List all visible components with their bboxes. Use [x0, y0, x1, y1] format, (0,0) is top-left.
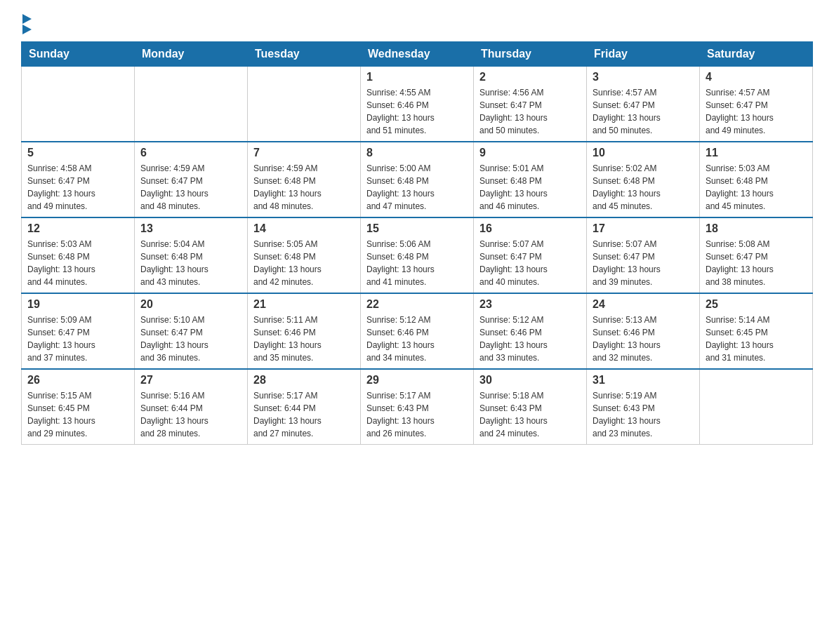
day-number: 28 — [253, 374, 355, 387]
page-header — [21, 14, 813, 34]
calendar-cell: 12Sunrise: 5:03 AM Sunset: 6:48 PM Dayli… — [22, 217, 135, 293]
calendar-cell: 11Sunrise: 5:03 AM Sunset: 6:48 PM Dayli… — [700, 142, 813, 217]
logo — [21, 14, 32, 34]
calendar-cell — [248, 67, 361, 142]
day-info: Sunrise: 5:06 AM Sunset: 6:48 PM Dayligh… — [366, 238, 468, 288]
calendar-header-row: SundayMondayTuesdayWednesdayThursdayFrid… — [22, 42, 813, 67]
day-info: Sunrise: 4:56 AM Sunset: 6:47 PM Dayligh… — [479, 86, 581, 137]
calendar-cell — [22, 67, 135, 142]
day-number: 5 — [27, 147, 128, 159]
day-number: 24 — [593, 298, 694, 311]
day-info: Sunrise: 5:11 AM Sunset: 6:46 PM Dayligh… — [253, 314, 355, 364]
calendar-cell: 30Sunrise: 5:18 AM Sunset: 6:43 PM Dayli… — [474, 369, 587, 445]
calendar-cell: 17Sunrise: 5:07 AM Sunset: 6:47 PM Dayli… — [587, 217, 700, 293]
calendar-cell: 28Sunrise: 5:17 AM Sunset: 6:44 PM Dayli… — [248, 369, 361, 445]
day-info: Sunrise: 5:00 AM Sunset: 6:48 PM Dayligh… — [366, 162, 468, 213]
day-info: Sunrise: 5:13 AM Sunset: 6:46 PM Dayligh… — [593, 314, 694, 364]
day-number: 8 — [366, 147, 468, 159]
day-number: 20 — [140, 298, 241, 311]
day-number: 23 — [479, 298, 581, 311]
calendar-cell — [135, 67, 248, 142]
calendar-cell: 10Sunrise: 5:02 AM Sunset: 6:48 PM Dayli… — [587, 142, 700, 217]
calendar-cell: 29Sunrise: 5:17 AM Sunset: 6:43 PM Dayli… — [361, 369, 474, 445]
calendar-cell: 4Sunrise: 4:57 AM Sunset: 6:47 PM Daylig… — [700, 67, 813, 142]
day-info: Sunrise: 5:01 AM Sunset: 6:48 PM Dayligh… — [479, 162, 581, 213]
calendar-cell: 20Sunrise: 5:10 AM Sunset: 6:47 PM Dayli… — [135, 293, 248, 369]
column-header-tuesday: Tuesday — [248, 42, 361, 67]
day-info: Sunrise: 5:08 AM Sunset: 6:47 PM Dayligh… — [706, 238, 807, 288]
calendar-cell: 8Sunrise: 5:00 AM Sunset: 6:48 PM Daylig… — [361, 142, 474, 217]
day-info: Sunrise: 5:18 AM Sunset: 6:43 PM Dayligh… — [479, 389, 581, 440]
calendar-cell: 23Sunrise: 5:12 AM Sunset: 6:46 PM Dayli… — [474, 293, 587, 369]
day-info: Sunrise: 5:14 AM Sunset: 6:45 PM Dayligh… — [706, 314, 807, 364]
column-header-monday: Monday — [135, 42, 248, 67]
calendar-cell: 19Sunrise: 5:09 AM Sunset: 6:47 PM Dayli… — [22, 293, 135, 369]
day-info: Sunrise: 5:04 AM Sunset: 6:48 PM Dayligh… — [140, 238, 241, 288]
day-info: Sunrise: 5:10 AM Sunset: 6:47 PM Dayligh… — [140, 314, 241, 364]
calendar-cell: 5Sunrise: 4:58 AM Sunset: 6:47 PM Daylig… — [22, 142, 135, 217]
calendar-cell: 21Sunrise: 5:11 AM Sunset: 6:46 PM Dayli… — [248, 293, 361, 369]
day-number: 21 — [253, 298, 355, 311]
calendar-table: SundayMondayTuesdayWednesdayThursdayFrid… — [21, 41, 813, 445]
day-number: 29 — [366, 374, 468, 387]
calendar-cell: 1Sunrise: 4:55 AM Sunset: 6:46 PM Daylig… — [361, 67, 474, 142]
calendar-cell: 18Sunrise: 5:08 AM Sunset: 6:47 PM Dayli… — [700, 217, 813, 293]
day-info: Sunrise: 4:57 AM Sunset: 6:47 PM Dayligh… — [593, 86, 694, 137]
day-info: Sunrise: 5:05 AM Sunset: 6:48 PM Dayligh… — [253, 238, 355, 288]
calendar-week-row: 26Sunrise: 5:15 AM Sunset: 6:45 PM Dayli… — [22, 369, 813, 445]
day-info: Sunrise: 5:17 AM Sunset: 6:43 PM Dayligh… — [366, 389, 468, 440]
day-info: Sunrise: 4:55 AM Sunset: 6:46 PM Dayligh… — [366, 86, 468, 137]
day-info: Sunrise: 5:03 AM Sunset: 6:48 PM Dayligh… — [706, 162, 807, 213]
day-number: 13 — [140, 222, 241, 235]
day-info: Sunrise: 4:58 AM Sunset: 6:47 PM Dayligh… — [27, 162, 128, 213]
day-number: 30 — [479, 374, 581, 387]
day-number: 11 — [706, 147, 807, 159]
column-header-wednesday: Wednesday — [361, 42, 474, 67]
day-number: 31 — [593, 374, 694, 387]
day-info: Sunrise: 5:15 AM Sunset: 6:45 PM Dayligh… — [27, 389, 128, 440]
calendar-week-row: 1Sunrise: 4:55 AM Sunset: 6:46 PM Daylig… — [22, 67, 813, 142]
calendar-week-row: 19Sunrise: 5:09 AM Sunset: 6:47 PM Dayli… — [22, 293, 813, 369]
day-number: 25 — [706, 298, 807, 311]
calendar-cell: 7Sunrise: 4:59 AM Sunset: 6:48 PM Daylig… — [248, 142, 361, 217]
day-info: Sunrise: 5:17 AM Sunset: 6:44 PM Dayligh… — [253, 389, 355, 440]
calendar-cell: 14Sunrise: 5:05 AM Sunset: 6:48 PM Dayli… — [248, 217, 361, 293]
calendar-week-row: 5Sunrise: 4:58 AM Sunset: 6:47 PM Daylig… — [22, 142, 813, 217]
calendar-cell: 3Sunrise: 4:57 AM Sunset: 6:47 PM Daylig… — [587, 67, 700, 142]
day-number: 2 — [479, 71, 581, 83]
calendar-cell: 9Sunrise: 5:01 AM Sunset: 6:48 PM Daylig… — [474, 142, 587, 217]
day-info: Sunrise: 5:03 AM Sunset: 6:48 PM Dayligh… — [27, 238, 128, 288]
day-number: 19 — [27, 298, 128, 311]
day-info: Sunrise: 5:12 AM Sunset: 6:46 PM Dayligh… — [479, 314, 581, 364]
calendar-cell: 22Sunrise: 5:12 AM Sunset: 6:46 PM Dayli… — [361, 293, 474, 369]
day-number: 26 — [27, 374, 128, 387]
day-info: Sunrise: 4:57 AM Sunset: 6:47 PM Dayligh… — [706, 86, 807, 137]
day-info: Sunrise: 5:16 AM Sunset: 6:44 PM Dayligh… — [140, 389, 241, 440]
day-info: Sunrise: 5:07 AM Sunset: 6:47 PM Dayligh… — [479, 238, 581, 288]
day-info: Sunrise: 5:09 AM Sunset: 6:47 PM Dayligh… — [27, 314, 128, 364]
calendar-cell: 16Sunrise: 5:07 AM Sunset: 6:47 PM Dayli… — [474, 217, 587, 293]
day-number: 10 — [593, 147, 694, 159]
day-number: 12 — [27, 222, 128, 235]
day-number: 3 — [593, 71, 694, 83]
day-number: 16 — [479, 222, 581, 235]
calendar-cell: 24Sunrise: 5:13 AM Sunset: 6:46 PM Dayli… — [587, 293, 700, 369]
day-number: 6 — [140, 147, 241, 159]
calendar-cell — [700, 369, 813, 445]
day-number: 7 — [253, 147, 355, 159]
day-info: Sunrise: 4:59 AM Sunset: 6:47 PM Dayligh… — [140, 162, 241, 213]
column-header-thursday: Thursday — [474, 42, 587, 67]
day-number: 15 — [366, 222, 468, 235]
calendar-cell: 25Sunrise: 5:14 AM Sunset: 6:45 PM Dayli… — [700, 293, 813, 369]
calendar-cell: 31Sunrise: 5:19 AM Sunset: 6:43 PM Dayli… — [587, 369, 700, 445]
day-info: Sunrise: 5:02 AM Sunset: 6:48 PM Dayligh… — [593, 162, 694, 213]
calendar-cell: 26Sunrise: 5:15 AM Sunset: 6:45 PM Dayli… — [22, 369, 135, 445]
calendar-cell: 15Sunrise: 5:06 AM Sunset: 6:48 PM Dayli… — [361, 217, 474, 293]
calendar-cell: 2Sunrise: 4:56 AM Sunset: 6:47 PM Daylig… — [474, 67, 587, 142]
column-header-sunday: Sunday — [22, 42, 135, 67]
column-header-saturday: Saturday — [700, 42, 813, 67]
day-number: 27 — [140, 374, 241, 387]
day-number: 9 — [479, 147, 581, 159]
day-number: 17 — [593, 222, 694, 235]
day-number: 14 — [253, 222, 355, 235]
